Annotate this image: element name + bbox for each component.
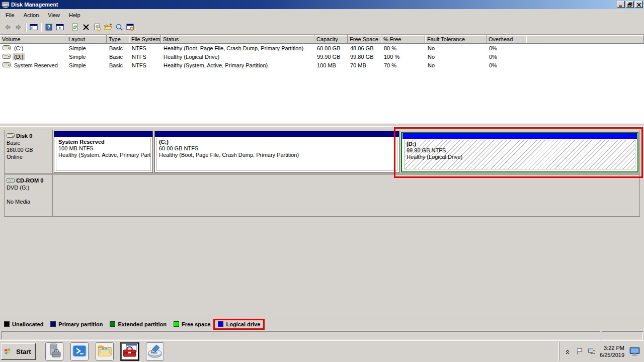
cell-status: Healthy (Boot, Page File, Crash Dump, Pr… (161, 45, 314, 51)
delete-icon (82, 23, 90, 32)
menu-action[interactable]: Action (19, 11, 44, 20)
volume-icon (3, 54, 11, 60)
cdrom-0-info[interactable]: CD-ROM 0 DVD (G:) No Media (5, 175, 53, 216)
status-text-panel (1, 331, 600, 339)
disk-0-info[interactable]: Disk 0 Basic 160.00 GB Online (5, 130, 53, 173)
taskbar-powershell-button[interactable] (70, 342, 89, 360)
cell-file_system: NTFS (129, 54, 161, 60)
volume-row[interactable]: System ReservedSimpleBasicNTFSHealthy (S… (0, 61, 644, 69)
restore-button[interactable] (626, 1, 634, 8)
cell-overhead: 0% (487, 54, 526, 60)
partition-status: Healthy (System, Active, Primary Parti (58, 152, 148, 158)
legend-item-logical-drive: Logical drive (218, 321, 260, 327)
menu-view[interactable]: View (43, 11, 64, 20)
disk-0-row: Disk 0 Basic 160.00 GB Online System Res… (4, 130, 640, 174)
disk-0-status: Online (7, 153, 50, 160)
cell-free_space: 99.80 GB (348, 54, 381, 60)
volume-row[interactable]: (C:)SimpleBasicNTFSHealthy (Boot, Page F… (0, 44, 644, 52)
partition-size: 99.90 GB NTFS (407, 147, 633, 154)
window-controls (617, 1, 643, 8)
legend-item-unallocated: Unallocated (4, 321, 43, 327)
column-header-file-system[interactable]: File System (129, 35, 161, 44)
cdrom-empty-area (53, 175, 639, 216)
column-header-capacity[interactable]: Capacity (314, 35, 348, 44)
toolbar-open-button[interactable] (103, 22, 114, 33)
taskbar-file-explorer-button[interactable] (96, 342, 114, 360)
volume-icon (3, 62, 11, 68)
disk-0-type: Basic (7, 139, 50, 146)
cell-type: Basic (107, 54, 129, 60)
partition-d[interactable]: (D:)99.90 GB NTFSHealthy (Logical Drive) (401, 132, 638, 172)
toolbar-back-button[interactable] (2, 22, 13, 33)
network-icon[interactable] (588, 347, 596, 355)
partition-name: (D:) (407, 141, 633, 147)
menu-file[interactable]: File (1, 11, 19, 20)
graphical-view-pane: Disk 0 Basic 160.00 GB Online System Res… (0, 126, 644, 318)
toolbar-refresh-button[interactable] (69, 22, 80, 33)
toolbar-zoom-button[interactable] (114, 22, 125, 33)
column-header-volume[interactable]: Volume (0, 35, 66, 44)
quick-launch-bar (42, 342, 168, 360)
cell-fault_tolerance: No (425, 45, 487, 51)
volume-list-rows: (C:)SimpleBasicNTFSHealthy (Boot, Page F… (0, 44, 644, 69)
menu-help[interactable]: Help (64, 11, 85, 20)
flag-icon[interactable] (576, 347, 584, 355)
close-button[interactable] (635, 1, 643, 8)
start-button[interactable]: Start (1, 343, 36, 360)
chevron-up-icon[interactable] (564, 347, 572, 355)
partition-size: 60.00 GB NTFS (159, 145, 395, 152)
column-header-type[interactable]: Type (107, 35, 129, 44)
disk-icon (7, 133, 15, 139)
partition-c[interactable]: (C:)60.00 GB NTFSHealthy (Boot, Page Fil… (154, 131, 399, 173)
column-header-overhead[interactable]: Overhead (487, 35, 526, 44)
toolbar-show-action-pane-button[interactable] (54, 22, 65, 33)
toolbar-help-button[interactable]: ? (43, 22, 54, 33)
cell-volume: (C:) (0, 45, 66, 52)
cell-volume: (D:) (0, 53, 66, 60)
toolbar-manage-button[interactable] (125, 22, 136, 33)
minimize-button[interactable] (617, 1, 625, 8)
cdrom-0-name: CD-ROM 0 (16, 177, 43, 184)
cell-capacity: 60.00 GB (314, 45, 348, 51)
taskbar: Start 3:22 PM 6/25/2019 (0, 340, 644, 362)
column-header-layout[interactable]: Layout (66, 35, 107, 44)
show-action-pane-icon (56, 23, 64, 32)
partition-color-bar (54, 131, 152, 137)
cdrom-0-title: CD-ROM 0 (7, 177, 50, 184)
cell-overhead: 0% (487, 45, 526, 51)
toolbar-separator (26, 23, 27, 32)
legend-bar: UnallocatedPrimary partitionExtended par… (0, 318, 644, 330)
back-icon (4, 23, 12, 32)
legend-item-primary-partition: Primary partition (50, 321, 103, 327)
cell-overhead: 0% (487, 62, 526, 68)
taskbar-server-manager-button[interactable] (45, 342, 63, 360)
open-icon (104, 23, 112, 32)
cell-layout: Simple (66, 62, 107, 68)
toolbar-delete-button[interactable] (80, 22, 92, 33)
taskbar-disk-tools-button[interactable] (146, 342, 164, 360)
toolbar-show-console-tree-button[interactable] (28, 22, 39, 33)
svg-text:?: ? (47, 25, 50, 30)
volume-row[interactable]: (D:)SimpleBasicNTFSHealthy (Logical Driv… (0, 52, 644, 61)
volume-list-pane: VolumeLayoutTypeFile SystemStatusCapacit… (0, 35, 644, 124)
toolbar-forward-button[interactable] (13, 22, 24, 33)
cdrom-icon (7, 177, 15, 184)
menu-bar: FileActionViewHelp (0, 9, 644, 21)
toolbar-properties-button[interactable] (92, 22, 103, 33)
refresh-icon (71, 23, 79, 32)
title-bar[interactable]: Disk Management (0, 0, 644, 9)
column-header-status[interactable]: Status (161, 35, 314, 44)
column-header-fault-tolerance[interactable]: Fault Tolerance (425, 35, 487, 44)
partition-systemreserved[interactable]: System Reserved100 MB NTFSHealthy (Syste… (54, 131, 153, 173)
legend-swatch (110, 321, 115, 327)
show-desktop-icon[interactable] (629, 347, 640, 356)
column-header--free[interactable]: % Free (381, 35, 425, 44)
column-header-free-space[interactable]: Free Space (348, 35, 381, 44)
taskbar-clock[interactable]: 3:22 PM 6/25/2019 (600, 344, 624, 358)
cell-file_system: NTFS (129, 45, 161, 51)
disk-0-name: Disk 0 (16, 132, 32, 139)
taskbar-toolbox-button[interactable] (121, 342, 139, 360)
partition-color-bar (155, 131, 399, 137)
disk-0-size: 160.00 GB (7, 146, 50, 153)
partition-body: (D:)99.90 GB NTFSHealthy (Logical Drive) (404, 140, 635, 169)
